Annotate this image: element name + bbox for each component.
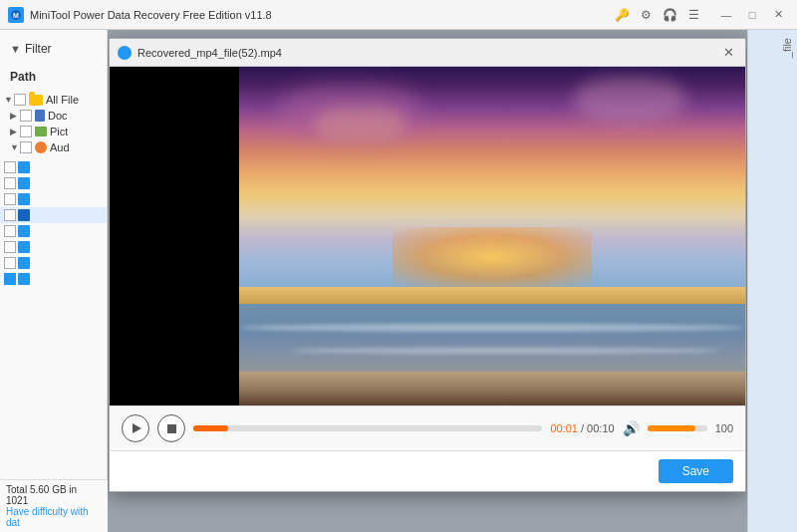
file-icon [18,193,30,205]
volume-label: 100 [715,422,733,434]
list-item[interactable] [0,175,107,191]
video-beach [239,372,745,405]
close-button[interactable]: ✕ [767,5,789,25]
time-current: 00:01 [550,422,578,434]
tree-item-pict[interactable]: ▶ Pict [6,124,107,139]
file-icon [18,241,30,253]
chevron-right-icon-2: ▶ [10,127,20,136]
settings-icon[interactable]: ⚙ [638,7,654,23]
app-title: MiniTool Power Data Recovery Free Editio… [30,9,608,21]
stop-icon [167,424,176,433]
checkbox[interactable] [4,161,16,173]
checkbox-aud[interactable] [20,141,32,153]
media-dialog-logo [118,46,132,60]
titlebar: M MiniTool Power Data Recovery Free Edit… [0,0,797,30]
list-item[interactable] [0,239,107,255]
list-item[interactable] [0,191,107,207]
volume-bar[interactable] [648,425,707,431]
tree-label-doc: Doc [48,110,68,122]
play-icon [133,423,141,433]
tree-label-aud: Aud [50,141,70,153]
svg-text:M: M [13,12,19,19]
audio-icon [35,141,47,153]
checkbox[interactable] [4,177,16,189]
checkbox[interactable] [4,241,16,253]
checkbox-pict[interactable] [20,126,32,137]
folder-icon [29,95,43,106]
checkbox[interactable] [4,193,16,205]
tree-item-aud[interactable]: ▼ Aud [6,139,107,155]
checkbox[interactable] [4,209,16,221]
tree-item-doc[interactable]: ▶ Doc [6,108,107,124]
chevron-down-icon: ▼ [4,95,14,105]
video-area [110,67,745,405]
list-item[interactable] [0,255,107,271]
file-icon [18,209,30,221]
key-icon[interactable]: 🔑 [614,7,630,23]
window-controls: — □ ✕ [715,5,789,25]
maximize-button[interactable]: □ [741,5,763,25]
time-total: 00:10 [587,422,615,434]
file-icon [18,225,30,237]
save-button[interactable]: Save [659,459,733,483]
wave2 [290,348,720,354]
volume-icon[interactable]: 🔊 [623,420,640,436]
media-dialog-title: Recovered_mp4_file(52).mp4 [137,47,713,59]
help-link[interactable]: Have difficulty with dat [6,506,102,528]
tree-children: ▶ Doc ▶ Pict ▼ Aud [0,108,107,155]
video-sea [239,304,745,372]
file-icon [18,273,30,285]
list-item[interactable] [0,159,107,175]
tree-item-allfile[interactable]: ▼ All File [0,92,107,108]
time-display: 00:01 / 00:10 [550,422,614,434]
picture-icon [35,127,47,136]
progress-bar[interactable] [193,425,542,431]
video-horizon [239,287,745,304]
right-panel-label: _file [781,38,793,58]
media-controls: 00:01 / 00:10 🔊 100 [110,405,745,450]
stop-button[interactable] [157,414,185,442]
doc-icon [35,110,45,122]
volume-fill [648,425,695,431]
checkbox-allfile[interactable] [14,94,26,106]
checkbox-checked[interactable] [4,273,16,285]
total-label: Total 5.60 GB in 1021 [6,484,102,506]
content-area: _file Recovered_mp4_file(52).mp4 ✕ [108,30,747,532]
chevron-right-icon: ▶ [10,111,20,121]
file-icon [18,177,30,189]
filter-icon: ▼ [10,43,21,55]
tree-label-pict: Pict [50,126,68,137]
filter-button[interactable]: ▼ Filter [0,38,107,60]
list-item[interactable] [0,207,107,223]
media-dialog-close-button[interactable]: ✕ [719,44,737,62]
minimize-button[interactable]: — [715,5,737,25]
statusbar: Total 5.60 GB in 1021 Have difficulty wi… [0,479,108,532]
checkbox-doc[interactable] [20,110,32,122]
cloud-right [575,78,684,123]
file-rows [0,159,107,287]
progress-fill [193,425,228,431]
chevron-down-icon-2: ▼ [10,142,20,152]
checkbox[interactable] [4,257,16,269]
tree-label-allfile: All File [46,94,79,106]
path-header: Path [0,66,107,88]
menu-icon[interactable]: ☰ [685,7,701,23]
time-separator: / [578,422,587,434]
video-black-bar [110,67,239,405]
wave1 [239,324,745,332]
list-item[interactable] [0,271,107,287]
sidebar: ▼ Filter Path ▼ All File ▶ Doc ▶ Pict [0,30,108,532]
file-icon [18,257,30,269]
right-panel: _file [747,30,797,532]
video-sky [239,67,745,287]
headphones-icon[interactable]: 🎧 [662,7,677,23]
play-button[interactable] [122,414,149,442]
list-item[interactable] [0,223,107,239]
modal-overlay: Recovered_mp4_file(52).mp4 ✕ [108,30,747,532]
sun-glow [393,227,592,287]
checkbox[interactable] [4,225,16,237]
media-dialog-titlebar: Recovered_mp4_file(52).mp4 ✕ [110,39,745,67]
app-logo: M [8,7,24,23]
titlebar-icon-group: 🔑 ⚙ 🎧 ☰ [614,7,701,23]
file-icon [18,161,30,173]
